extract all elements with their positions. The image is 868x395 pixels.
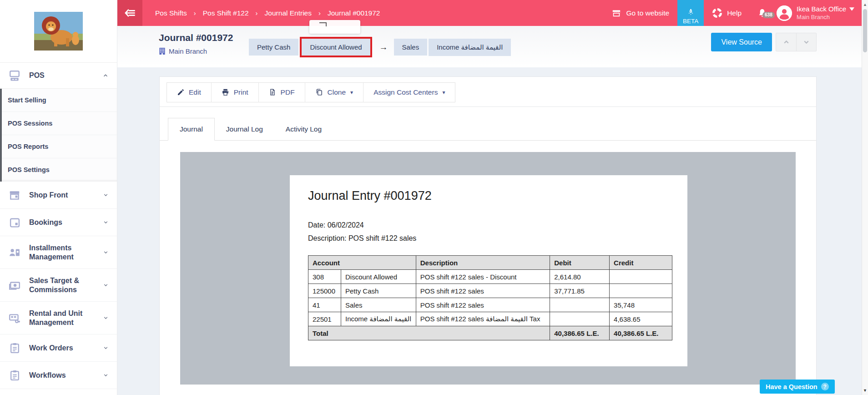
- beta-badge[interactable]: BETA: [677, 0, 704, 26]
- chevron-down-icon: [103, 249, 109, 255]
- breadcrumb-pos-shift-122[interactable]: Pos Shift #122: [203, 9, 249, 17]
- sidebar-item-partial: [0, 389, 117, 395]
- notifications-button[interactable]: 638: [750, 8, 777, 18]
- account-branch: Main Branch: [797, 14, 830, 20]
- scrollbar-thumb[interactable]: [863, 9, 867, 52]
- sidebar-item-workflows[interactable]: Workflows: [0, 362, 117, 389]
- page-header: Journal #001972 Main Branch: [117, 26, 862, 67]
- sidebar-item-bookings[interactable]: Bookings: [0, 209, 117, 236]
- have-a-question-button[interactable]: Have a Question ?: [760, 380, 835, 394]
- total-credit: 40,386.65 L.E.: [610, 326, 672, 340]
- help-button[interactable]: Help: [704, 8, 750, 18]
- account-code: 308: [308, 270, 341, 284]
- sidebar-item-label: Shop Front: [29, 191, 95, 199]
- sidebar-item-work-orders[interactable]: Work Orders: [0, 334, 117, 362]
- button-label: Assign Cost Centers: [373, 88, 438, 96]
- main-area: Pos Shifts › Pos Shift #122 › Journal En…: [117, 0, 862, 395]
- breadcrumb-journal-001972[interactable]: Journal #001972: [328, 9, 380, 17]
- tab-journal[interactable]: Journal: [168, 118, 215, 141]
- print-button[interactable]: Print: [211, 83, 258, 102]
- chevron-up-icon: [782, 38, 790, 46]
- tag-sales[interactable]: Sales: [394, 39, 428, 56]
- subitem-label: POS Settings: [8, 166, 50, 173]
- sidebar-item-rental-unit-management[interactable]: Rental and Unit Management: [0, 302, 117, 334]
- tab-bar: Journal Journal Log Activity Log: [160, 107, 816, 141]
- tab-activity-log[interactable]: Activity Log: [274, 118, 333, 140]
- chevron-down-icon: [103, 315, 109, 321]
- help-label: Help: [727, 9, 742, 17]
- account-name: Income القيمة المضافة: [341, 312, 416, 326]
- previous-record-button[interactable]: [776, 33, 796, 51]
- help-lifering-icon: [712, 8, 722, 18]
- sidebar-item-label: Work Orders: [29, 344, 95, 352]
- chevron-up-icon: [102, 72, 109, 79]
- entry-description: POS shift #122 sales: [416, 298, 550, 312]
- table-row: 41 Sales POS shift #122 sales 35,748: [308, 298, 672, 312]
- next-record-button[interactable]: [796, 33, 816, 51]
- tab-journal-log[interactable]: Journal Log: [215, 118, 274, 140]
- lion-logo-image: [34, 12, 83, 51]
- subitem-label: POS Reports: [8, 143, 48, 150]
- sidebar-subitem-pos-reports[interactable]: POS Reports: [0, 135, 117, 158]
- storefront-icon: [611, 8, 621, 18]
- sidebar-item-label: Installments Management: [29, 243, 95, 261]
- toolbar-button-group: Edit Print PDF: [167, 82, 455, 102]
- sidebar-item-installments-management[interactable]: Installments Management: [0, 236, 117, 269]
- tag-petty-cash[interactable]: Petty Cash: [249, 39, 298, 56]
- rental-truck-key-icon: [8, 312, 21, 324]
- pdf-button[interactable]: PDF: [258, 83, 305, 102]
- sidebar-item-pos[interactable]: POS: [0, 62, 117, 89]
- button-label: Clone: [328, 88, 346, 96]
- header-actions: View Source: [711, 33, 817, 51]
- content-panel: Edit Print PDF: [117, 67, 862, 395]
- sidebar-subitem-pos-sessions[interactable]: POS Sessions: [0, 112, 117, 135]
- user-icon: [777, 5, 792, 21]
- tag-income-vat[interactable]: Income القيمة المضافة: [429, 39, 511, 56]
- column-header-description: Description: [416, 256, 550, 270]
- branch-label: Main Branch: [169, 47, 207, 55]
- money-icon: [8, 279, 21, 291]
- breadcrumb-separator: ›: [194, 9, 196, 17]
- page-title: Journal #001972: [159, 32, 233, 43]
- debit-value: [550, 312, 610, 326]
- chevron-down-icon: [802, 38, 810, 46]
- account-menu[interactable]: Ikea Back Office Main Branch: [777, 5, 862, 21]
- clone-icon: [315, 88, 323, 96]
- chevron-down-icon: [103, 192, 109, 198]
- journal-entries-table: Account Description Debit Credit 308 Dis…: [308, 255, 672, 340]
- sidebar-subitem-pos-settings[interactable]: POS Settings: [0, 158, 117, 182]
- record-pager: [776, 33, 817, 51]
- breadcrumb-separator: ›: [256, 9, 258, 17]
- sidebar-item-sales-target-commissions[interactable]: Sales Target & Commissions: [0, 269, 117, 302]
- chevron-down-icon: [103, 372, 109, 378]
- app-window: POS Start Selling POS Sessions POS Repor…: [0, 0, 868, 395]
- breadcrumb-journal-entries[interactable]: Journal Entries: [265, 9, 312, 17]
- tag-discount-allowed[interactable]: Discount Allowed: [302, 39, 370, 56]
- document-date-line: Date: 06/02/2024: [308, 221, 671, 229]
- button-label: Print: [234, 88, 248, 96]
- view-source-button[interactable]: View Source: [711, 33, 772, 51]
- assign-cost-centers-button[interactable]: Assign Cost Centers ▾: [363, 83, 455, 102]
- caret-down-icon: ▾: [442, 89, 445, 96]
- highlight-red-box: Discount Allowed: [300, 37, 372, 57]
- button-label: PDF: [281, 88, 295, 96]
- building-icon: [159, 48, 166, 55]
- account-code: 125000: [308, 284, 341, 298]
- table-total-row: Total 40,386.65 L.E. 40,386.65 L.E.: [308, 326, 672, 340]
- topbar-actions: Go to website BETA Help: [603, 0, 862, 26]
- table-row: 308 Discount Allowed POS shift #122 sale…: [308, 270, 672, 284]
- notification-count-badge: 638: [762, 12, 775, 18]
- go-to-website-link[interactable]: Go to website: [603, 8, 677, 18]
- button-label: Edit: [189, 88, 201, 96]
- breadcrumb-pos-shifts[interactable]: Pos Shifts: [155, 9, 187, 17]
- sidebar-collapse-button[interactable]: [117, 0, 142, 26]
- scroll-up-arrow[interactable]: ▲: [862, 1, 868, 8]
- vertical-scrollbar[interactable]: ▲ ▼: [862, 0, 868, 395]
- scroll-down-arrow[interactable]: ▼: [862, 387, 868, 394]
- edit-button[interactable]: Edit: [167, 83, 211, 102]
- sidebar-subitem-start-selling[interactable]: Start Selling: [0, 89, 117, 112]
- clone-button[interactable]: Clone ▾: [305, 83, 363, 102]
- have-a-question-label: Have a Question: [766, 383, 818, 390]
- sidebar-item-shop-front[interactable]: Shop Front: [0, 182, 117, 209]
- storefront-icon: [8, 189, 21, 201]
